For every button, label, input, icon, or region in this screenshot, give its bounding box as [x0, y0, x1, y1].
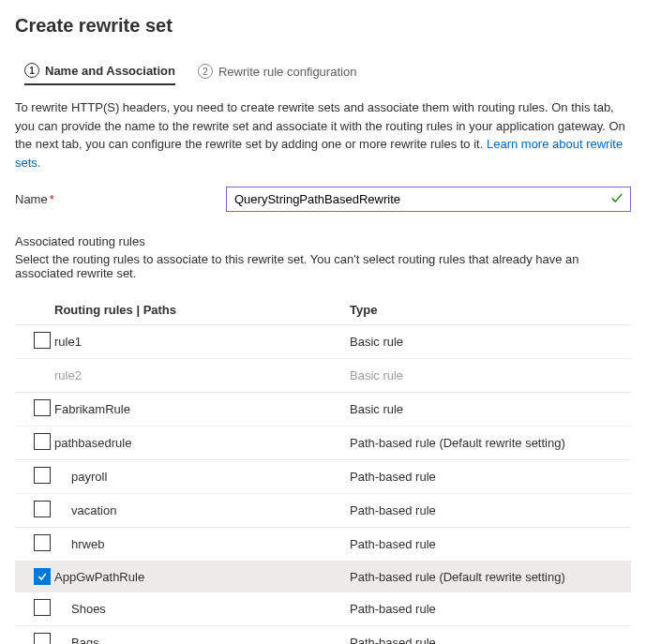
assoc-rules-heading: Associated routing rules [15, 234, 631, 248]
row-type: Path-based rule (Default rewrite setting… [350, 570, 631, 584]
table-row[interactable]: pathbasedrulePath-based rule (Default re… [15, 426, 631, 459]
row-checkbox[interactable] [34, 332, 51, 349]
row-type: Path-based rule [350, 602, 631, 616]
row-checkbox[interactable] [34, 433, 51, 450]
row-name: pathbasedrule [54, 436, 350, 450]
tab-label: Rewrite rule configuration [218, 65, 356, 79]
row-type: Basic rule [350, 402, 631, 416]
table-row[interactable]: rule1Basic rule [15, 324, 631, 358]
name-label-text: Name [15, 192, 48, 206]
assoc-rules-subtext: Select the routing rules to associate to… [15, 252, 631, 280]
row-checkbox[interactable] [34, 568, 51, 585]
table-row[interactable]: AppGwPathRulePath-based rule (Default re… [15, 561, 631, 592]
tab-label: Name and Association [45, 64, 175, 78]
table-row[interactable]: ShoesPath-based rule [15, 592, 631, 625]
row-name: payroll [54, 470, 350, 484]
row-name: AppGwPathRule [54, 570, 350, 584]
row-checkbox[interactable] [34, 501, 51, 517]
row-name: Bags [54, 636, 350, 644]
table-row[interactable]: FabrikamRuleBasic rule [15, 392, 631, 426]
row-name: vacation [54, 503, 350, 517]
row-name: FabrikamRule [54, 402, 350, 416]
row-checkbox[interactable] [34, 399, 51, 416]
table-row[interactable]: hrwebPath-based rule [15, 527, 631, 561]
row-type: Path-based rule [350, 503, 631, 517]
row-checkbox [34, 366, 51, 382]
row-type: Basic rule [350, 368, 631, 382]
row-type: Path-based rule (Default rewrite setting… [350, 436, 631, 450]
row-type: Path-based rule [350, 537, 631, 551]
row-checkbox[interactable] [34, 633, 51, 644]
row-name: hrweb [54, 537, 350, 551]
row-checkbox[interactable] [34, 467, 51, 484]
name-label: Name* [15, 192, 226, 206]
wizard-tabs: 1 Name and Association 2 Rewrite rule co… [15, 63, 631, 85]
row-type: Path-based rule [350, 470, 631, 484]
row-checkbox[interactable] [34, 599, 51, 616]
name-input[interactable] [226, 187, 631, 212]
table-row[interactable]: vacationPath-based rule [15, 493, 631, 527]
col-header-type: Type [350, 303, 631, 317]
table-header: Routing rules | Paths Type [15, 295, 631, 324]
table-row[interactable]: rule2Basic rule [15, 358, 631, 392]
row-name: rule1 [54, 335, 350, 349]
tab-rewrite-rule-config[interactable]: 2 Rewrite rule configuration [198, 63, 356, 85]
table-row[interactable]: payrollPath-based rule [15, 459, 631, 493]
row-type: Basic rule [350, 335, 631, 349]
row-name: Shoes [54, 602, 350, 616]
required-asterisk: * [50, 192, 54, 206]
col-header-name: Routing rules | Paths [54, 303, 350, 317]
row-name: rule2 [54, 368, 350, 382]
row-type: Path-based rule [350, 636, 631, 644]
tab-name-association[interactable]: 1 Name and Association [24, 63, 175, 85]
check-icon [610, 191, 623, 207]
page-title: Create rewrite set [15, 15, 631, 37]
row-checkbox[interactable] [34, 534, 51, 551]
table-row[interactable]: BagsPath-based rule [15, 625, 631, 644]
step-number-icon: 2 [198, 64, 213, 79]
routing-rules-table: Routing rules | Paths Type rule1Basic ru… [15, 295, 631, 644]
description-text: To rewrite HTTP(S) headers, you need to … [15, 98, 631, 172]
step-number-icon: 1 [24, 63, 39, 78]
